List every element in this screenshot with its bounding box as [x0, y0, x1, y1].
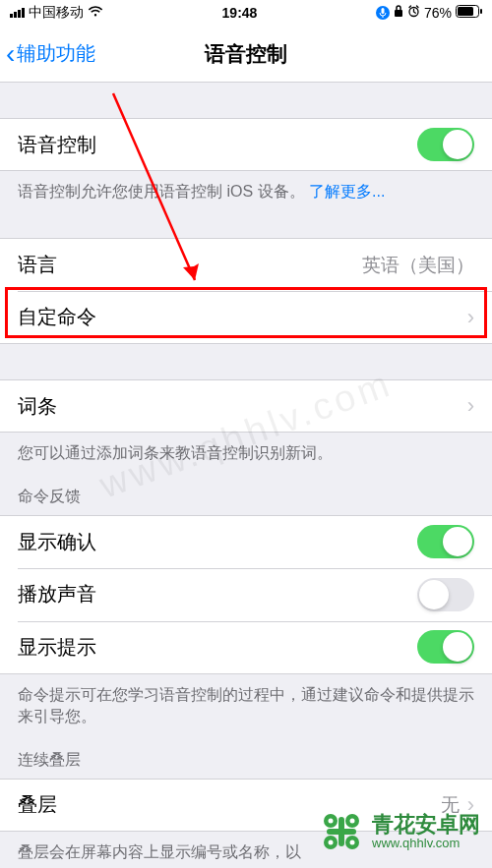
svg-rect-4 [458, 7, 473, 16]
cell-custom-commands[interactable]: 自定命令 › [0, 291, 492, 344]
svg-rect-1 [395, 10, 402, 17]
show-confirm-toggle[interactable] [417, 525, 474, 558]
status-right: 76% [376, 5, 482, 21]
battery-pct: 76% [424, 5, 452, 21]
group-vocabulary: 词条 › [0, 379, 492, 433]
voice-control-label: 语音控制 [18, 132, 96, 158]
cell-language[interactable]: 语言 英语（美国） [0, 238, 492, 291]
battery-icon [456, 5, 482, 21]
svg-rect-0 [381, 8, 384, 14]
chevron-right-icon: › [467, 393, 474, 419]
chevron-left-icon: ‹ [6, 40, 15, 68]
page-title: 语音控制 [205, 40, 287, 68]
overlay-header: 连续叠层 [0, 728, 492, 779]
chevron-right-icon: › [467, 792, 474, 818]
vocabulary-footer: 您可以通过添加词条来教语音控制识别新词。 [0, 433, 492, 464]
voice-control-footer: 语音控制允许您使用语音控制 iOS 设备。 了解更多... [0, 171, 492, 203]
cell-vocabulary[interactable]: 词条 › [0, 379, 492, 433]
status-left: 中国移动 [10, 4, 103, 22]
cell-overlay[interactable]: 叠层 无 › [0, 779, 492, 832]
back-label: 辅助功能 [17, 40, 95, 67]
cell-play-sound: 播放声音 [0, 568, 492, 621]
show-confirm-label: 显示确认 [18, 529, 96, 555]
svg-rect-5 [480, 9, 482, 14]
cell-show-confirm: 显示确认 [0, 515, 492, 568]
cell-show-hints: 显示提示 [0, 621, 492, 674]
hints-footer: 命令提示可在您学习语音控制的过程中，通过建议命令和提供提示来引导您。 [0, 674, 492, 728]
voice-control-footer-text: 语音控制允许您使用语音控制 iOS 设备。 [18, 183, 305, 200]
show-hints-label: 显示提示 [18, 634, 96, 661]
vocabulary-label: 词条 [18, 393, 57, 420]
status-time: 19:48 [222, 5, 258, 21]
overlay-value: 无 [441, 792, 460, 818]
language-label: 语言 [18, 252, 57, 278]
group-feedback: 显示确认 播放声音 显示提示 [0, 515, 492, 674]
play-sound-toggle[interactable] [417, 578, 474, 611]
overlay-label: 叠层 [18, 791, 57, 818]
back-button[interactable]: ‹ 辅助功能 [0, 40, 95, 68]
voice-indicator-icon [376, 6, 390, 20]
lock-icon [394, 5, 403, 21]
show-hints-toggle[interactable] [417, 630, 474, 664]
overlay-footer: 叠层会在屏幕内容上显示编号或名称，以 [0, 832, 492, 863]
play-sound-label: 播放声音 [18, 581, 96, 608]
custom-commands-label: 自定命令 [18, 304, 96, 330]
group-voice-control: 语音控制 [0, 118, 492, 171]
cell-voice-control: 语音控制 [0, 118, 492, 171]
learn-more-link[interactable]: 了解更多... [309, 183, 385, 200]
language-value: 英语（美国） [362, 253, 474, 278]
group-overlay: 叠层 无 › [0, 779, 492, 832]
wifi-icon [88, 5, 103, 21]
alarm-icon [407, 5, 420, 21]
voice-control-toggle[interactable] [417, 128, 474, 161]
nav-bar: ‹ 辅助功能 语音控制 [0, 26, 492, 83]
chevron-right-icon: › [467, 305, 474, 330]
status-bar: 中国移动 19:48 76% [0, 0, 492, 26]
feedback-header: 命令反馈 [0, 465, 492, 515]
carrier-label: 中国移动 [29, 4, 84, 22]
group-lang-cmd: 语言 英语（美国） 自定命令 › [0, 238, 492, 344]
signal-icon [10, 8, 25, 18]
